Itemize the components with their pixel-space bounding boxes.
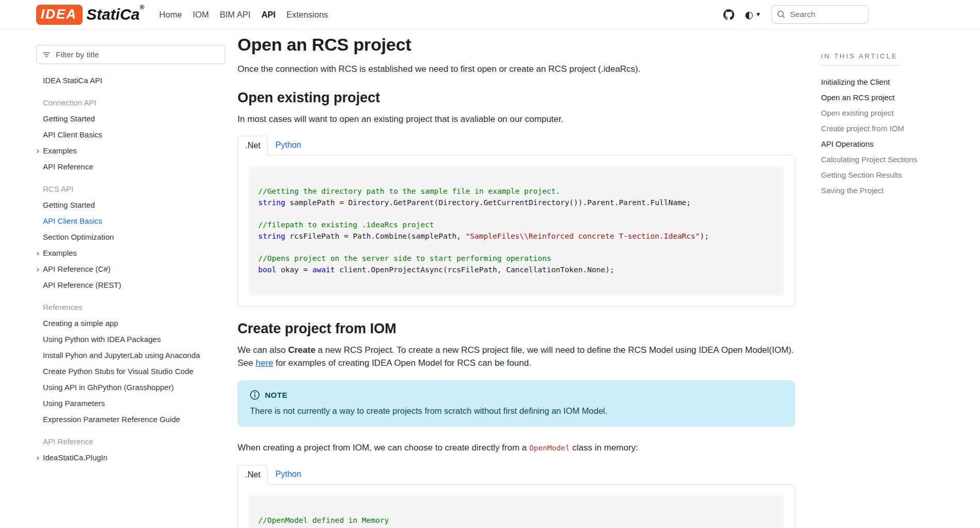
- tab-python[interactable]: Python: [268, 136, 308, 155]
- toc-item[interactable]: Initializing the Client: [821, 74, 945, 89]
- article: Open an RCS project Once the connection …: [238, 29, 795, 528]
- sidebar-item[interactable]: API Reference (REST): [36, 277, 225, 293]
- text: for examples of creating IDEA Open Model…: [273, 358, 531, 368]
- sidebar-item-label: API Reference (C#): [43, 265, 110, 273]
- sidebar-section-header: RCS API: [36, 181, 225, 197]
- sidebar-item[interactable]: Using Python with IDEA Packages: [36, 331, 225, 347]
- sidebar: IDEA StatiCa APIConnection APIGetting St…: [0, 29, 225, 465]
- theme-toggle-button[interactable]: ◐ ▼: [745, 10, 760, 20]
- sidebar-item-label: Getting Started: [43, 200, 95, 209]
- toc-item[interactable]: Calculating Project Sections: [821, 151, 945, 167]
- bold-create: Create: [288, 345, 315, 355]
- sidebar-item[interactable]: ›API Reference (C#): [36, 261, 225, 277]
- page-body: IDEA StatiCa APIConnection APIGetting St…: [0, 29, 980, 528]
- toc-item[interactable]: Saving the Project: [821, 182, 945, 198]
- filter-icon: [42, 51, 51, 59]
- chevron-right-icon: ›: [36, 267, 43, 272]
- logo-statica-text: StatiCa®: [86, 6, 144, 23]
- sidebar-item[interactable]: IDEA StatiCa API: [36, 72, 225, 88]
- code-tabgroup-1: .Net Python //Getting the directory path…: [238, 136, 795, 307]
- code-tabgroup-2: .Net Python //OpenModel defined in Memor…: [238, 465, 795, 528]
- caret-down-icon: ▼: [756, 12, 760, 17]
- tab-strip: .Net Python: [238, 465, 795, 484]
- sidebar-item[interactable]: API Reference: [36, 159, 225, 175]
- sidebar-item[interactable]: Using Parameters: [36, 395, 225, 411]
- chevron-right-icon: ›: [36, 148, 43, 153]
- sidebar-item[interactable]: Create Python Stubs for Visual Studio Co…: [36, 363, 225, 379]
- sidebar-item[interactable]: ›IdeaStatiCa.PlugIn: [36, 449, 225, 465]
- toc-item[interactable]: Open an RCS project: [821, 89, 945, 105]
- logo[interactable]: IDEA StatiCa®: [36, 5, 144, 25]
- sidebar-item[interactable]: Creating a simple app: [36, 315, 225, 331]
- chevron-right-icon: ›: [36, 251, 43, 256]
- sidebar-item-label: API Reference (REST): [43, 281, 121, 289]
- text: We can also: [238, 345, 288, 355]
- toc-item[interactable]: API Operations: [821, 136, 945, 151]
- registered-mark: ®: [139, 4, 144, 11]
- note-callout: NOTE There is not currently a way to cre…: [238, 380, 795, 427]
- theme-contrast-icon: ◐: [745, 10, 753, 20]
- github-icon[interactable]: [723, 9, 734, 20]
- sidebar-item-label: IDEA StatiCa API: [43, 76, 102, 85]
- filter-input[interactable]: [56, 50, 200, 59]
- tab-python[interactable]: Python: [268, 465, 308, 484]
- page-title: Open an RCS project: [238, 35, 795, 55]
- toc-title: IN THIS ARTICLE: [821, 52, 901, 66]
- sidebar-item[interactable]: API Client Basics: [36, 213, 225, 229]
- nav-item[interactable]: Extensions: [285, 8, 330, 22]
- sidebar-item-label: API Client Basics: [43, 130, 102, 139]
- chevron-right-icon: ›: [36, 455, 43, 460]
- sidebar-nav: IDEA StatiCa APIConnection APIGetting St…: [36, 72, 225, 465]
- header: IDEA StatiCa® HomeIOMBIM APIAPIExtension…: [0, 0, 980, 29]
- sidebar-section-header: Connection API: [36, 95, 225, 111]
- inline-code-openmodel: OpenModel: [529, 444, 570, 452]
- tab-dotnet[interactable]: .Net: [238, 136, 268, 156]
- sidebar-item[interactable]: Getting Started: [36, 111, 225, 127]
- tab-dotnet[interactable]: .Net: [238, 465, 268, 485]
- sidebar-item[interactable]: ›Examples: [36, 143, 225, 159]
- sidebar-item-label: Getting Started: [43, 114, 95, 123]
- nav-item[interactable]: Home: [157, 8, 183, 22]
- sidebar-item-label: Install Pyhon and JupyterLab using Anaco…: [43, 351, 200, 360]
- nav-item[interactable]: IOM: [191, 8, 210, 22]
- sidebar-item[interactable]: ›Examples: [36, 245, 225, 261]
- search-input[interactable]: [790, 10, 857, 19]
- info-icon: [250, 390, 260, 400]
- sidebar-item[interactable]: API Client Basics: [36, 127, 225, 143]
- sidebar-item-label: Creating a simple app: [43, 319, 118, 328]
- sidebar-item-label: Using Python with IDEA Packages: [43, 335, 161, 344]
- sidebar-item[interactable]: Install Pyhon and JupyterLab using Anaco…: [36, 347, 225, 363]
- nav-item[interactable]: API: [260, 8, 277, 22]
- sidebar-item-label: Using Parameters: [43, 399, 105, 408]
- logo-idea-mark: IDEA: [36, 5, 83, 25]
- tab-panel: //Getting the directory path to the samp…: [238, 155, 795, 307]
- tab-panel: //OpenModel defined in Memory OpenModel …: [238, 484, 795, 528]
- toc-item[interactable]: Getting Section Results: [821, 167, 945, 182]
- sidebar-item-label: Create Python Stubs for Visual Studio Co…: [43, 367, 194, 376]
- sidebar-item[interactable]: Using API in GhPython (Grasshopper): [36, 379, 225, 395]
- code-block-create-from-iom[interactable]: //OpenModel defined in Memory OpenModel …: [249, 495, 784, 528]
- openmodel-paragraph: When creating a project from IOM, we can…: [238, 441, 795, 455]
- sidebar-item-label: Expression Parameter Reference Guide: [43, 415, 180, 424]
- open-existing-paragraph: In most cases will want to open an exist…: [238, 113, 795, 126]
- header-actions: ◐ ▼: [723, 5, 868, 24]
- note-header: NOTE: [250, 390, 783, 400]
- filter-box: [36, 45, 225, 64]
- intro-paragraph: Once the connection with RCS is establis…: [238, 63, 795, 76]
- sidebar-item-label: API Reference: [43, 162, 93, 171]
- sidebar-item-label: Examples: [43, 249, 77, 257]
- sidebar-item[interactable]: Section Optimization: [36, 229, 225, 245]
- toc-item[interactable]: Create project from IOM: [821, 120, 945, 136]
- sidebar-item[interactable]: Getting Started: [36, 197, 225, 213]
- sidebar-item[interactable]: Expression Parameter Reference Guide: [36, 411, 225, 427]
- nav-item[interactable]: BIM API: [218, 8, 252, 22]
- sidebar-item-label: API Client Basics: [43, 216, 102, 225]
- toc-list: Initializing the ClientOpen an RCS proje…: [821, 74, 945, 198]
- toc-item[interactable]: Open existing project: [821, 105, 945, 120]
- here-link[interactable]: here: [256, 358, 273, 368]
- note-title: NOTE: [265, 391, 288, 399]
- code-block-open-project[interactable]: //Getting the directory path to the samp…: [249, 166, 784, 296]
- sidebar-section-header: API Reference: [36, 433, 225, 449]
- text: When creating a project from IOM, we can…: [238, 443, 529, 453]
- sidebar-item-label: Examples: [43, 146, 77, 155]
